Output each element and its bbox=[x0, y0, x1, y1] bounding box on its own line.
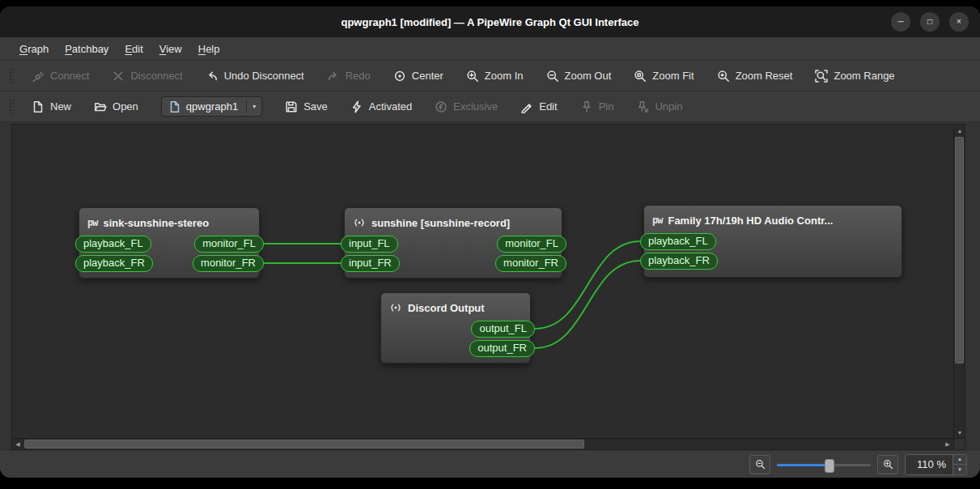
titlebar[interactable]: qpwgraph1 [modified] — A PipeWire Graph … bbox=[0, 6, 980, 37]
disconnect-button[interactable]: Disconnect bbox=[104, 66, 190, 87]
menu-help[interactable]: Help bbox=[190, 40, 228, 58]
scroll-up-button[interactable]: ▲ bbox=[954, 125, 965, 136]
vertical-scrollbar-thumb[interactable] bbox=[955, 137, 964, 364]
zoom-reset-button[interactable]: Zoom Reset bbox=[709, 66, 801, 87]
patchbay-file-combo[interactable]: qpwgraph1▾ bbox=[161, 96, 262, 117]
port-input_FL[interactable]: input_FL bbox=[341, 236, 398, 253]
triangle-up-icon: ▲ bbox=[957, 457, 962, 461]
maximize-button[interactable]: □ bbox=[920, 12, 940, 32]
port-input_FR[interactable]: input_FR bbox=[341, 255, 400, 272]
close-icon: × bbox=[957, 18, 961, 26]
zoom-slider[interactable] bbox=[777, 456, 871, 474]
horizontal-scrollbar-thumb[interactable] bbox=[24, 440, 584, 449]
menu-graph[interactable]: Graph bbox=[11, 40, 57, 58]
menu-edit[interactable]: Edit bbox=[117, 40, 151, 58]
unpin-icon bbox=[636, 100, 649, 113]
window-controls: ─□× bbox=[891, 12, 969, 32]
open-label: Open bbox=[112, 100, 138, 113]
node-title-bar: pwsink-sunshine-stereo bbox=[79, 208, 259, 235]
zoom-range-button[interactable]: Zoom Range bbox=[807, 66, 902, 87]
exclusive-label: Exclusive bbox=[453, 100, 498, 113]
main-area: pwsink-sunshine-stereoplayback_FLmonitor… bbox=[0, 122, 980, 451]
port-monitor_FR[interactable]: monitor_FR bbox=[193, 255, 264, 272]
port-row: playback_FLmonitor_FL bbox=[79, 235, 259, 253]
zoom-in-button[interactable]: Zoom In bbox=[458, 66, 532, 87]
port-playback_FL[interactable]: playback_FL bbox=[640, 233, 716, 250]
statusbar-zoom-in-button[interactable] bbox=[877, 455, 898, 474]
node-title: sunshine [sunshine-record] bbox=[371, 217, 510, 229]
zoom-slider-fill bbox=[777, 464, 829, 466]
save-label: Save bbox=[303, 100, 328, 113]
zoom-fit-button[interactable]: Zoom Fit bbox=[626, 66, 702, 87]
zoom-fit-icon bbox=[634, 70, 647, 83]
save-button[interactable]: Save bbox=[277, 96, 336, 117]
toolbar-file-items: NewOpenqpwgraph1▾SaveActivatedExclusiveE… bbox=[23, 96, 690, 117]
pin-button[interactable]: Pin bbox=[572, 96, 622, 117]
node-family[interactable]: pwFamily 17h/19h HD Audio Contr...playba… bbox=[643, 205, 902, 278]
zoom-spin-up-button[interactable]: ▲ bbox=[953, 455, 966, 465]
pin-label: Pin bbox=[599, 100, 614, 113]
zoom-out-button[interactable]: Zoom Out bbox=[538, 66, 620, 87]
scroll-down-button[interactable]: ▼ bbox=[954, 427, 965, 438]
zoom-out-label: Zoom Out bbox=[565, 70, 612, 82]
triangle-left-icon: ◀ bbox=[15, 441, 19, 448]
node-sink[interactable]: pwsink-sunshine-stereoplayback_FLmonitor… bbox=[78, 207, 260, 279]
node-sunshine[interactable]: sunshine [sunshine-record]input_FLmonito… bbox=[344, 207, 562, 279]
node-title-bar: pwFamily 17h/19h HD Audio Contr... bbox=[644, 206, 902, 232]
port-row: input_FRmonitor_FR bbox=[345, 254, 562, 272]
node-discord[interactable]: Discord Outputoutput_FLoutput_FR bbox=[380, 292, 531, 364]
scroll-right-button[interactable]: ▶ bbox=[942, 439, 953, 450]
open-button[interactable]: Open bbox=[86, 96, 146, 117]
toolbar-drag-handle[interactable] bbox=[8, 98, 14, 116]
node-title: Discord Output bbox=[408, 302, 485, 314]
connections-layer bbox=[12, 125, 953, 438]
toolbar-drag-handle[interactable] bbox=[8, 67, 14, 85]
port-output_FR[interactable]: output_FR bbox=[469, 340, 535, 357]
pipewire-icon: pw bbox=[652, 215, 662, 226]
minimize-button[interactable]: ─ bbox=[891, 12, 910, 32]
zoom-range-icon bbox=[815, 70, 828, 83]
edit-button[interactable]: Edit bbox=[512, 96, 565, 117]
center-icon bbox=[393, 70, 406, 83]
vertical-scrollbar[interactable]: ▲ ▼ bbox=[953, 125, 965, 438]
horizontal-scrollbar[interactable]: ◀ ▶ bbox=[12, 438, 953, 449]
undo-disconnect-button[interactable]: Undo Disconnect bbox=[197, 66, 312, 87]
activated-button[interactable]: Activated bbox=[342, 96, 420, 117]
node-title: sink-sunshine-stereo bbox=[103, 217, 209, 229]
new-button[interactable]: New bbox=[23, 96, 79, 117]
port-playback_FR[interactable]: playback_FR bbox=[640, 253, 718, 270]
statusbar: 110 % ▲ ▼ bbox=[0, 451, 980, 478]
chevron-down-icon: ▾ bbox=[246, 100, 258, 113]
connect-button[interactable]: Connect bbox=[23, 66, 97, 87]
zoom-range-label: Zoom Range bbox=[834, 70, 894, 82]
port-monitor_FL[interactable]: monitor_FL bbox=[194, 236, 264, 253]
unpin-button[interactable]: Unpin bbox=[628, 96, 690, 117]
zoom-spin-down-button[interactable]: ▼ bbox=[953, 464, 966, 474]
port-playback_FR[interactable]: playback_FR bbox=[75, 255, 153, 272]
pipewire-icon: pw bbox=[87, 217, 97, 228]
port-row: output_FR bbox=[381, 339, 530, 357]
menu-view[interactable]: View bbox=[151, 40, 190, 58]
exclusive-button[interactable]: Exclusive bbox=[426, 96, 506, 117]
graph-canvas[interactable]: pwsink-sunshine-stereoplayback_FLmonitor… bbox=[12, 125, 953, 438]
redo-button[interactable]: Redo bbox=[319, 66, 379, 87]
zoom-out-icon bbox=[755, 459, 766, 470]
menu-patchbay[interactable]: Patchbay bbox=[57, 40, 117, 58]
open-icon bbox=[94, 100, 107, 113]
statusbar-zoom-out-button[interactable] bbox=[749, 455, 770, 474]
center-button[interactable]: Center bbox=[385, 66, 452, 87]
port-playback_FL[interactable]: playback_FL bbox=[75, 236, 151, 253]
port-monitor_FL[interactable]: monitor_FL bbox=[497, 236, 566, 253]
exclusive-icon bbox=[435, 100, 448, 113]
undo-icon bbox=[206, 70, 218, 83]
zoom-spinbox[interactable]: 110 % ▲ ▼ bbox=[905, 454, 967, 475]
scrollbar-corner bbox=[953, 438, 965, 449]
port-output_FL[interactable]: output_FL bbox=[471, 321, 535, 338]
close-button[interactable]: × bbox=[949, 12, 969, 32]
port-row: playback_FL bbox=[644, 232, 902, 250]
toolbar-main: ConnectDisconnectUndo DisconnectRedoCent… bbox=[0, 61, 980, 91]
port-monitor_FR[interactable]: monitor_FR bbox=[495, 255, 566, 272]
minimize-icon: ─ bbox=[897, 18, 903, 26]
zoom-slider-handle[interactable] bbox=[825, 459, 834, 473]
scroll-left-button[interactable]: ◀ bbox=[12, 439, 23, 450]
